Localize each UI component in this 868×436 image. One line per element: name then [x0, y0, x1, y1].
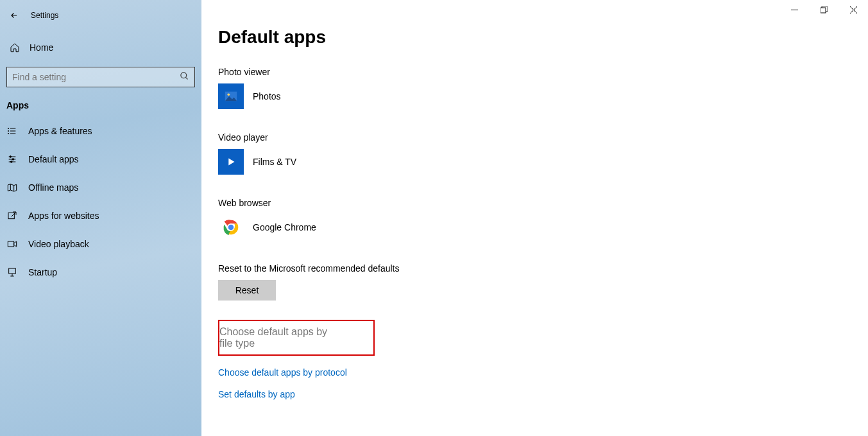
sidebar-item-offline-maps[interactable]: Offline maps [0, 173, 201, 202]
launch-icon [6, 210, 18, 222]
svg-point-5 [8, 128, 8, 128]
startup-icon [6, 266, 18, 278]
search-icon [180, 71, 189, 83]
reset-button[interactable]: Reset [218, 280, 276, 301]
svg-point-11 [10, 156, 12, 158]
svg-point-29 [228, 93, 230, 96]
sidebar-item-label: Default apps [28, 154, 79, 164]
page-title: Default apps [218, 27, 868, 48]
window-title: Settings [31, 11, 58, 20]
sidebar-item-label: Apps for websites [28, 211, 99, 221]
app-name: Films & TV [253, 157, 296, 167]
link-set-defaults-by-app[interactable]: Set defaults by app [218, 389, 868, 399]
app-selector-video-player[interactable]: Films & TV [218, 149, 868, 175]
sidebar-item-label: Offline maps [28, 182, 78, 193]
app-name: Photos [253, 91, 281, 101]
films-tv-app-icon [218, 149, 244, 175]
search-box[interactable] [6, 67, 195, 87]
photos-app-icon [218, 83, 244, 109]
svg-line-1 [185, 77, 187, 79]
svg-marker-14 [8, 184, 16, 191]
sidebar-item-apps-features[interactable]: Apps & features [0, 117, 201, 145]
svg-point-6 [8, 130, 8, 131]
app-selector-web-browser[interactable]: Google Chrome [218, 214, 868, 240]
home-label: Home [30, 42, 53, 53]
svg-marker-20 [14, 241, 17, 247]
sidebar-item-startup[interactable]: Startup [0, 258, 201, 286]
sidebar: Settings Home Apps Apps & features Defau… [0, 0, 201, 436]
search-input[interactable] [12, 72, 140, 82]
svg-rect-19 [8, 241, 13, 247]
svg-point-13 [10, 161, 12, 163]
map-icon [6, 182, 18, 193]
sidebar-item-default-apps[interactable]: Default apps [0, 145, 201, 173]
app-name: Google Chrome [253, 222, 316, 232]
link-choose-by-file-type[interactable]: Choose default apps by file type [218, 320, 375, 356]
video-icon [6, 238, 18, 250]
svg-point-0 [181, 72, 187, 78]
titlebar: Settings [0, 5, 201, 26]
home-icon [9, 42, 21, 53]
sidebar-item-label: Video playback [28, 239, 89, 249]
svg-rect-21 [9, 268, 16, 274]
svg-point-12 [12, 159, 14, 161]
sidebar-section-header: Apps [0, 87, 201, 117]
svg-point-7 [8, 133, 8, 134]
home-button[interactable]: Home [0, 35, 201, 60]
close-button[interactable] [838, 0, 868, 19]
defaults-icon [6, 153, 18, 165]
sidebar-item-video-playback[interactable]: Video playback [0, 230, 201, 258]
maximize-button[interactable] [809, 0, 838, 19]
app-selector-photo-viewer[interactable]: Photos [218, 83, 868, 109]
sidebar-item-label: Apps & features [28, 126, 92, 136]
link-choose-by-protocol[interactable]: Choose default apps by protocol [218, 367, 868, 378]
list-icon [6, 125, 18, 137]
back-icon[interactable] [9, 10, 19, 21]
window-controls [779, 0, 868, 19]
svg-rect-25 [821, 8, 826, 13]
category-label-browser: Web browser [218, 198, 868, 208]
main-content: Default apps Photo viewer Photos Video p… [201, 0, 868, 436]
category-label-video: Video player [218, 132, 868, 143]
reset-description: Reset to the Microsoft recommended defau… [218, 263, 868, 274]
sidebar-item-apps-for-websites[interactable]: Apps for websites [0, 202, 201, 230]
svg-rect-17 [8, 213, 14, 218]
sidebar-item-label: Startup [28, 267, 57, 277]
minimize-button[interactable] [779, 0, 809, 19]
chrome-app-icon [218, 214, 244, 240]
category-label-photo: Photo viewer [218, 67, 868, 77]
